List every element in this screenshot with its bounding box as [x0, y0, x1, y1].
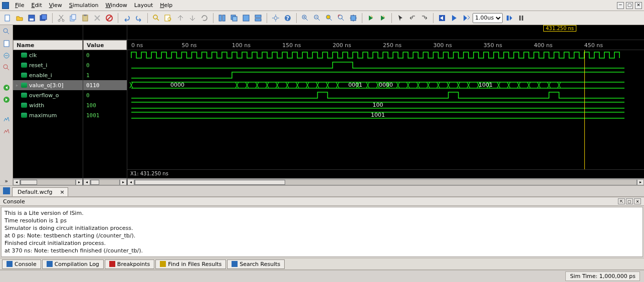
console-output[interactable]: This is a Lite version of ISim.Time reso… — [1, 207, 643, 257]
nav-left-icon[interactable] — [2, 83, 11, 92]
tab-label: Breakpoints — [117, 261, 150, 267]
bottom-tab-breakpoints[interactable]: Breakpoints — [105, 259, 155, 269]
hand-tool-icon[interactable] — [2, 63, 11, 72]
window-tile-button[interactable] — [217, 13, 228, 24]
help-button[interactable]: ? — [282, 13, 293, 24]
window-close-icon[interactable]: ✕ — [635, 2, 642, 9]
find-button[interactable] — [151, 13, 162, 24]
window-stack-button[interactable] — [253, 13, 264, 24]
expand-button[interactable] — [187, 13, 198, 24]
signal-row-clk[interactable]: clk — [13, 50, 83, 60]
zoom-cursor-button[interactable] — [348, 13, 359, 24]
delete-button[interactable] — [92, 13, 103, 24]
waveform-viewer[interactable]: 431.250 ns 0 ns50 ns100 ns150 ns200 ns25… — [127, 25, 644, 185]
window-single-button[interactable] — [241, 13, 252, 24]
new-file-button[interactable] — [2, 13, 13, 24]
wave-row[interactable] — [127, 50, 644, 60]
tab-label: Default.wcfg — [18, 189, 53, 195]
step-button[interactable] — [504, 13, 515, 24]
zoom-fit-button[interactable] — [324, 13, 335, 24]
cursor-tool-button[interactable] — [395, 13, 406, 24]
wave-hscroll[interactable]: ◂▸ — [127, 178, 644, 185]
zoom-select-button[interactable] — [336, 13, 347, 24]
zoom-tool-icon[interactable] — [2, 27, 11, 36]
signal-row-enable-i[interactable]: enable_i — [13, 70, 83, 80]
save-all-button[interactable] — [38, 13, 49, 24]
cursor-line[interactable] — [584, 50, 585, 169]
goto-next-button[interactable] — [377, 13, 388, 24]
value-scroll-left[interactable]: ◂ — [83, 179, 90, 185]
bottom-tab-find-in-files-results[interactable]: Find in Files Results — [155, 259, 226, 269]
menu-simulation[interactable]: Simulation — [66, 1, 102, 10]
signal-value-width: 100 — [83, 100, 127, 110]
signal-name-label: width — [29, 102, 44, 109]
restart-button[interactable] — [437, 13, 448, 24]
tab-icon — [232, 261, 238, 267]
run-button[interactable] — [449, 13, 460, 24]
menu-edit[interactable]: Edit — [28, 1, 45, 10]
wave-row[interactable] — [127, 60, 644, 70]
cancel-button[interactable] — [104, 13, 115, 24]
svg-rect-21 — [255, 19, 261, 21]
goto-prev-button[interactable] — [365, 13, 376, 24]
undo-button[interactable] — [121, 13, 132, 24]
cut-button[interactable] — [56, 13, 67, 24]
tab-default-wcfg[interactable]: Default.wcfg × — [12, 187, 68, 196]
signal-row-width[interactable]: width — [13, 100, 83, 110]
menu-window[interactable]: Window — [102, 1, 130, 10]
run-for-button[interactable] — [461, 13, 472, 24]
refresh-button[interactable] — [199, 13, 210, 24]
prev-transition-button[interactable] — [407, 13, 418, 24]
value-scroll-right[interactable]: ▸ — [120, 179, 127, 185]
wave-row[interactable]: 1001 — [127, 110, 644, 120]
nav-right-icon[interactable] — [2, 95, 11, 104]
tab-close-icon[interactable]: × — [60, 189, 64, 195]
zoom-out-button[interactable] — [312, 13, 323, 24]
name-scroll-right[interactable]: ▸ — [76, 179, 83, 185]
load-tool-icon[interactable] — [2, 51, 11, 60]
pause-button[interactable] — [516, 13, 527, 24]
menu-view[interactable]: View — [46, 1, 65, 10]
find-files-button[interactable] — [163, 13, 174, 24]
signal-row-reset-i[interactable]: reset_i — [13, 60, 83, 70]
redo-button[interactable] — [133, 13, 144, 24]
console-max-icon[interactable]: ▢ — [626, 198, 633, 204]
signal-row-overflow-o[interactable]: overflow_o — [13, 90, 83, 100]
signal-row-maximum[interactable]: maximum — [13, 110, 83, 120]
time-ruler[interactable]: 0 ns50 ns100 ns150 ns200 ns250 ns300 ns3… — [127, 40, 644, 50]
save-button[interactable] — [26, 13, 37, 24]
settings-button[interactable] — [270, 13, 281, 24]
signal-row-value-o-3-0-[interactable]: ▸value_o[3:0] — [13, 80, 83, 90]
console-detach-icon[interactable]: ⇱ — [618, 198, 625, 204]
run-time-select[interactable]: 1.00us — [473, 13, 503, 23]
window-cascade-button[interactable] — [229, 13, 240, 24]
menu-help[interactable]: Help — [157, 1, 175, 10]
bottom-tab-console[interactable]: Console — [2, 259, 41, 269]
bottom-tab-search-results[interactable]: Search Results — [227, 259, 285, 269]
svg-rect-0 — [5, 15, 10, 21]
console-close-icon[interactable]: ✕ — [634, 198, 641, 204]
next-transition-button[interactable] — [419, 13, 430, 24]
open-file-button[interactable] — [14, 13, 25, 24]
name-column-header[interactable]: Name — [13, 40, 83, 50]
menu-layout[interactable]: Layout — [131, 1, 156, 10]
zoom-in-button[interactable] — [300, 13, 311, 24]
wave-row[interactable]: 100 — [127, 100, 644, 110]
collapse-button[interactable] — [175, 13, 186, 24]
bottom-tab-compilation-log[interactable]: Compilation Log — [42, 259, 104, 269]
paste-button[interactable] — [80, 13, 91, 24]
name-scroll-left[interactable]: ◂ — [13, 179, 20, 185]
menu-file[interactable]: File — [12, 1, 27, 10]
wave-row[interactable] — [127, 70, 644, 80]
add-signal-icon[interactable] — [2, 115, 11, 124]
source-tool-icon[interactable] — [2, 39, 11, 48]
signal-value-value-o-3-0-: 0110 — [83, 80, 127, 90]
value-column-header[interactable]: Value — [83, 40, 127, 50]
remove-signal-icon[interactable] — [2, 127, 11, 136]
copy-button[interactable] — [68, 13, 79, 24]
expand-panel-icon[interactable]: » — [2, 176, 11, 185]
window-minimize-icon[interactable]: ─ — [617, 2, 624, 9]
window-maximize-icon[interactable]: ▢ — [626, 2, 633, 9]
wave-row[interactable]: 0000000100001001 — [127, 80, 644, 90]
wave-row[interactable] — [127, 90, 644, 100]
